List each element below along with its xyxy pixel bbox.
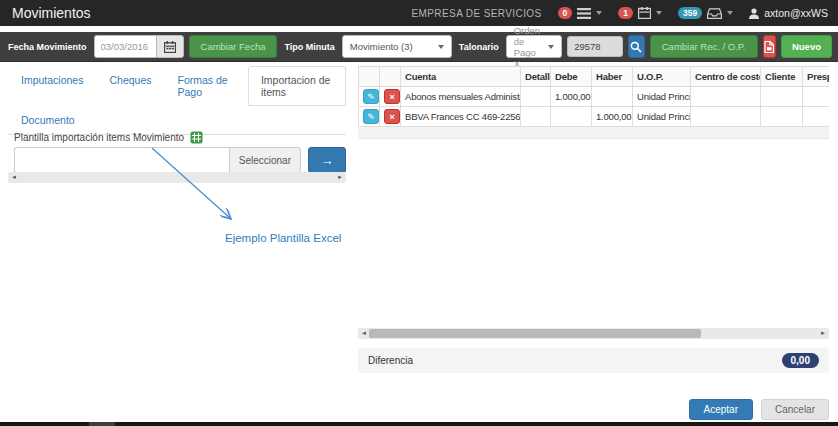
table-header-row: Cuenta Detalle Debe Haber U.O.P. Centro …	[359, 67, 830, 87]
user-icon	[749, 8, 759, 19]
cell-cuenta: Abonos mensuales Administracion	[401, 87, 521, 107]
export-file-icon	[764, 41, 774, 53]
col-cuenta: Cuenta	[401, 67, 521, 87]
edit-row-button[interactable]: ✎	[363, 109, 379, 124]
app-header: Movimientos EMPRESA DE SERVICIOS 0 1 359…	[0, 0, 838, 26]
bottom-edge-segment	[89, 422, 115, 426]
scrollbar-thumb[interactable]	[369, 329, 701, 338]
talonario-value: Orden de Pago X	[514, 25, 543, 69]
scroll-right-icon[interactable]: ►	[337, 172, 343, 183]
cell-uop: Unidad Principal	[633, 87, 691, 107]
tipo-minuta-label: Tipo Minuta	[282, 42, 336, 52]
username: axton@xxWS	[764, 7, 828, 19]
page-title: Movimientos	[12, 5, 91, 21]
col-centro-de-costo: Centro de costo	[691, 67, 761, 87]
tasks-icon	[577, 8, 591, 19]
chevron-down-icon	[438, 45, 444, 49]
diferencia-value-badge: 0,00	[782, 353, 819, 368]
cell-cliente	[761, 107, 803, 127]
cell-debe: 1.000,00	[551, 87, 592, 107]
cancelar-button[interactable]: Cancelar	[761, 399, 829, 420]
calendar-picker-button[interactable]	[156, 35, 184, 58]
tab-imputaciones[interactable]: Imputaciones	[8, 66, 96, 106]
numero-talonario-input[interactable]	[567, 36, 623, 57]
tipo-minuta-select[interactable]: Movimiento (3)	[342, 35, 452, 58]
plantilla-file-input[interactable]	[14, 147, 229, 173]
col-debe: Debe	[551, 67, 592, 87]
col-haber: Haber	[592, 67, 633, 87]
search-button[interactable]	[628, 35, 645, 58]
cell-presupuesto	[803, 107, 830, 127]
file-input-group: Seleccionar	[14, 147, 301, 173]
movements-table: Cuenta Detalle Debe Haber U.O.P. Centro …	[358, 66, 829, 127]
dialog-actions: Aceptar Cancelar	[689, 399, 830, 420]
scroll-left-icon[interactable]: ◄	[361, 328, 367, 339]
diferencia-bar: Diferencia 0,00	[358, 348, 829, 373]
talonario-label: Talonario	[457, 42, 501, 52]
scroll-right-icon[interactable]: ►	[820, 328, 826, 339]
import-arrow-button[interactable]: →	[308, 147, 346, 173]
bottom-edge-bar	[0, 422, 838, 426]
chevron-down-icon	[656, 11, 662, 15]
tasks-menu[interactable]: 0	[558, 7, 603, 19]
calendar-menu[interactable]: 1	[618, 7, 662, 19]
grid-filler-stripe	[358, 127, 829, 139]
cell-centro	[691, 87, 761, 107]
company-name: EMPRESA DE SERVICIOS	[412, 8, 542, 19]
plantilla-label-row: Plantilla importación items Movimiento	[14, 131, 203, 144]
inbox-icon	[707, 8, 722, 19]
fecha-input-group	[94, 35, 184, 58]
plantilla-file-row: Seleccionar →	[14, 147, 346, 173]
table-row: ✎ × BBVA Frances CC 469-2256-6-00 1.000,…	[359, 107, 830, 127]
cell-haber	[592, 87, 633, 107]
ejemplo-plantilla-link[interactable]: Ejemplo Plantilla Excel	[225, 232, 341, 244]
cell-detalle	[521, 87, 551, 107]
tab-importacion-de-items[interactable]: Importacion de items	[248, 66, 346, 106]
calendar-icon	[164, 41, 176, 53]
cell-cuenta: BBVA Frances CC 469-2256-6-00	[401, 107, 521, 127]
inbox-menu[interactable]: 359	[678, 7, 733, 19]
nuevo-button[interactable]: Nuevo	[781, 35, 832, 58]
talonario-select[interactable]: Orden de Pago X	[506, 35, 563, 58]
tab-cheques[interactable]: Cheques	[96, 66, 164, 106]
scroll-left-icon[interactable]: ◄	[11, 172, 17, 183]
cell-presupuesto	[803, 87, 830, 107]
delete-column-header	[380, 67, 401, 87]
fecha-movimiento-label: Fecha Movimiento	[6, 42, 89, 52]
tab-documento[interactable]: Documento	[8, 106, 88, 134]
fecha-movimiento-input[interactable]	[94, 35, 156, 58]
export-file-button[interactable]	[763, 35, 776, 58]
delete-row-button[interactable]: ×	[384, 89, 400, 104]
cell-detalle	[521, 107, 551, 127]
col-prespuesto: Prespuesto	[803, 67, 830, 87]
cambiar-fecha-button[interactable]: Cambiar Fecha	[189, 35, 278, 58]
edit-row-button[interactable]: ✎	[363, 89, 379, 104]
cell-debe	[551, 107, 592, 127]
cell-uop: Unidad Principal	[633, 107, 691, 127]
toolbar: Fecha Movimiento Cambiar Fecha Tipo Minu…	[0, 32, 838, 62]
tipo-minuta-value: Movimiento (3)	[350, 41, 413, 52]
cambiar-rec-button[interactable]: Cambiar Rec. / O.P.	[650, 35, 758, 58]
tab-row-2: Documento	[8, 106, 346, 134]
movements-grid-panel: Cuenta Detalle Debe Haber U.O.P. Centro …	[358, 66, 829, 422]
chevron-down-icon	[727, 11, 733, 15]
seleccionar-button[interactable]: Seleccionar	[229, 147, 301, 173]
delete-row-button[interactable]: ×	[384, 109, 400, 124]
calendar-icon	[638, 7, 651, 19]
chevron-down-icon	[548, 45, 554, 49]
user-menu[interactable]: axton@xxWS	[749, 7, 828, 19]
tab-formas-de-pago[interactable]: Formas de Pago	[164, 66, 247, 106]
plantilla-label: Plantilla importación items Movimiento	[14, 132, 184, 143]
aceptar-button[interactable]: Aceptar	[689, 399, 753, 420]
inbox-count-badge: 359	[678, 7, 702, 19]
tab-row-1: Imputaciones Cheques Formas de Pago Impo…	[8, 66, 346, 106]
excel-template-icon[interactable]	[190, 131, 203, 144]
chevron-down-icon	[596, 11, 602, 15]
col-cliente: Cliente	[761, 67, 803, 87]
left-horizontal-scrollbar[interactable]: ◄ ►	[8, 172, 346, 183]
edit-column-header	[359, 67, 380, 87]
col-detalle: Detalle	[521, 67, 551, 87]
grid-horizontal-scrollbar[interactable]: ◄ ►	[358, 328, 829, 339]
diferencia-label: Diferencia	[368, 355, 413, 366]
import-items-panel: Imputaciones Cheques Formas de Pago Impo…	[8, 64, 346, 394]
